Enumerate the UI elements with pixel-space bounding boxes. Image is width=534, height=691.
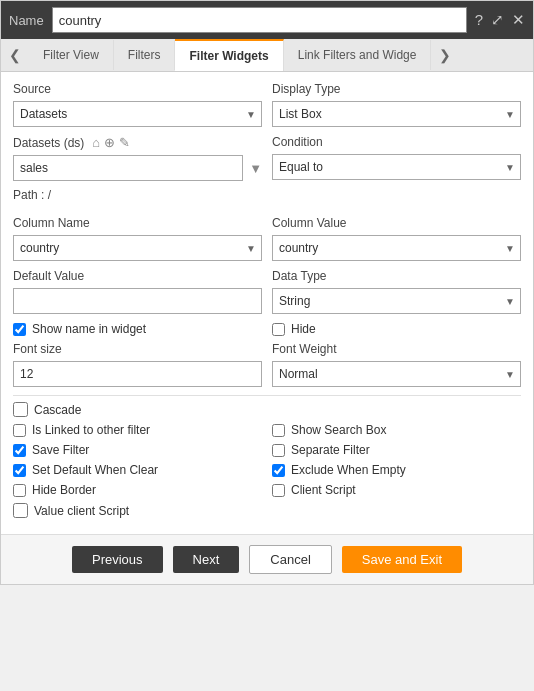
font-weight-col: Font Weight Normal Bold ▼ [272, 342, 521, 387]
header-bar: Name ? ⤢ ✕ [1, 1, 533, 39]
exclude-empty-label: Exclude When Empty [291, 463, 406, 477]
client-script-checkbox[interactable] [272, 484, 285, 497]
hide-label: Hide [291, 322, 316, 336]
show-search-label: Show Search Box [291, 423, 386, 437]
edit-icon[interactable]: ✎ [119, 135, 130, 150]
condition-col: Condition Equal to ▼ [272, 135, 521, 208]
tab-filter-widgets[interactable]: Filter Widgets [175, 39, 283, 71]
tab-next-arrow[interactable]: ❯ [431, 39, 459, 71]
source-label: Source [13, 82, 262, 96]
separate-filter-label: Separate Filter [291, 443, 370, 457]
home-icon[interactable]: ⌂ [92, 135, 100, 150]
set-default-label: Set Default When Clear [32, 463, 158, 477]
help-icon[interactable]: ? [475, 11, 483, 29]
column-name-select[interactable]: country [13, 235, 262, 261]
hide-item: Hide [272, 322, 521, 336]
data-type-select-wrapper: String ▼ [272, 288, 521, 314]
tab-prev-arrow[interactable]: ❮ [1, 39, 29, 71]
font-weight-label: Font Weight [272, 342, 521, 356]
font-row: Font size Font Weight Normal Bold ▼ [13, 342, 521, 387]
exclude-empty-item: Exclude When Empty [272, 463, 521, 477]
add-icon[interactable]: ⊕ [104, 135, 115, 150]
is-linked-checkbox[interactable] [13, 424, 26, 437]
move-icon[interactable]: ⤢ [491, 11, 504, 29]
datasets-select[interactable]: sales [13, 155, 243, 181]
save-exit-button[interactable]: Save and Exit [342, 546, 462, 573]
font-size-col: Font size [13, 342, 262, 387]
source-select-wrapper: Datasets ▼ [13, 101, 262, 127]
separate-filter-item: Separate Filter [272, 443, 521, 457]
next-button[interactable]: Next [173, 546, 240, 573]
exclude-empty-checkbox[interactable] [272, 464, 285, 477]
datasets-label-row: Datasets (ds) ⌂ ⊕ ✎ [13, 135, 262, 150]
value-client-checkbox[interactable] [13, 503, 28, 518]
name-input[interactable] [52, 7, 467, 33]
source-display-row: Source Datasets ▼ Display Type List Box … [13, 82, 521, 127]
hide-border-item: Hide Border [13, 483, 262, 497]
hideborder-client-row: Hide Border Client Script [13, 483, 521, 497]
font-size-input[interactable] [13, 361, 262, 387]
show-search-item: Show Search Box [272, 423, 521, 437]
data-type-select[interactable]: String [272, 288, 521, 314]
previous-button[interactable]: Previous [72, 546, 163, 573]
client-script-label: Client Script [291, 483, 356, 497]
cascade-checkbox[interactable] [13, 402, 28, 417]
client-script-item: Client Script [272, 483, 521, 497]
close-icon[interactable]: ✕ [512, 11, 525, 29]
column-name-col: Column Name country ▼ [13, 216, 262, 261]
save-filter-item: Save Filter [13, 443, 262, 457]
column-row: Column Name country ▼ Column Value count… [13, 216, 521, 261]
cancel-button[interactable]: Cancel [249, 545, 331, 574]
font-weight-select[interactable]: Normal Bold [272, 361, 521, 387]
column-value-select-wrapper: country ▼ [272, 235, 521, 261]
datasets-condition-row: Datasets (ds) ⌂ ⊕ ✎ sales ▼ Path : [13, 135, 521, 208]
is-linked-label: Is Linked to other filter [32, 423, 150, 437]
set-default-checkbox[interactable] [13, 464, 26, 477]
value-client-label: Value client Script [34, 504, 129, 518]
linked-search-row: Is Linked to other filter Show Search Bo… [13, 423, 521, 437]
show-name-item: Show name in widget [13, 322, 262, 336]
datasets-col: Datasets (ds) ⌂ ⊕ ✎ sales ▼ Path : [13, 135, 262, 208]
hide-border-checkbox[interactable] [13, 484, 26, 497]
nav-tabs: ❮ Filter View Filters Filter Widgets Lin… [1, 39, 533, 72]
save-filter-checkbox[interactable] [13, 444, 26, 457]
separate-filter-checkbox[interactable] [272, 444, 285, 457]
condition-select[interactable]: Equal to [272, 154, 521, 180]
font-weight-select-wrapper: Normal Bold ▼ [272, 361, 521, 387]
font-size-label: Font size [13, 342, 262, 356]
default-value-label: Default Value [13, 269, 262, 283]
source-col: Source Datasets ▼ [13, 82, 262, 127]
setdefault-exclude-row: Set Default When Clear Exclude When Empt… [13, 463, 521, 477]
datasets-sub-row: sales ▼ [13, 155, 262, 181]
display-type-select-wrapper: List Box ▼ [272, 101, 521, 127]
header-icons: ? ⤢ ✕ [475, 11, 525, 29]
source-select[interactable]: Datasets [13, 101, 262, 127]
condition-select-wrapper: Equal to ▼ [272, 154, 521, 180]
tab-filters[interactable]: Filters [114, 40, 176, 70]
column-value-label: Column Value [272, 216, 521, 230]
display-type-col: Display Type List Box ▼ [272, 82, 521, 127]
tab-link-filters[interactable]: Link Filters and Widge [284, 40, 432, 70]
show-name-label: Show name in widget [32, 322, 146, 336]
chevron-down-icon[interactable]: ▼ [249, 161, 262, 176]
is-linked-item: Is Linked to other filter [13, 423, 262, 437]
tab-filter-view[interactable]: Filter View [29, 40, 114, 70]
column-value-select[interactable]: country [272, 235, 521, 261]
hide-checkbox[interactable] [272, 323, 285, 336]
default-value-col: Default Value [13, 269, 262, 314]
cascade-row: Cascade [13, 402, 521, 417]
datasets-select-wrapper: sales [13, 155, 243, 181]
datasets-icons: ⌂ ⊕ ✎ [92, 135, 130, 150]
show-name-checkbox[interactable] [13, 323, 26, 336]
set-default-item: Set Default When Clear [13, 463, 262, 477]
column-value-col: Column Value country ▼ [272, 216, 521, 261]
display-type-select[interactable]: List Box [272, 101, 521, 127]
default-value-input[interactable] [13, 288, 262, 314]
condition-label: Condition [272, 135, 521, 149]
column-name-label: Column Name [13, 216, 262, 230]
column-name-select-wrapper: country ▼ [13, 235, 262, 261]
display-type-label: Display Type [272, 82, 521, 96]
main-container: Name ? ⤢ ✕ ❮ Filter View Filters Filter … [0, 0, 534, 585]
save-separate-row: Save Filter Separate Filter [13, 443, 521, 457]
show-search-checkbox[interactable] [272, 424, 285, 437]
